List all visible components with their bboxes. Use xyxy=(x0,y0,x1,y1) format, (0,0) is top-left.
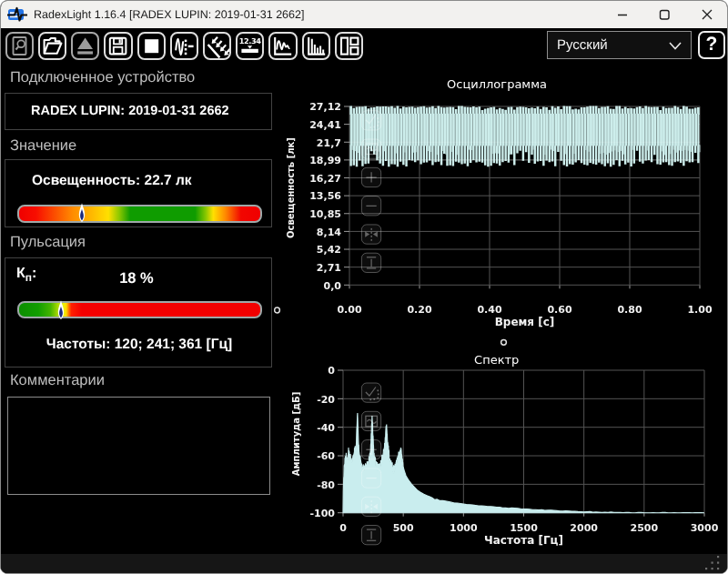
spectrum-y-tick: -80 xyxy=(317,479,335,491)
resize-grip[interactable] xyxy=(703,554,724,573)
value-panel-label: Значение xyxy=(10,137,76,155)
layout-panels-button[interactable] xyxy=(335,32,363,60)
stop-measurement-button[interactable] xyxy=(137,32,166,60)
oscillogram-y-tick: 27,12 xyxy=(309,101,341,113)
oscillogram-y-tick: 8,14 xyxy=(317,227,341,238)
numeric-display-button[interactable]: 12.34 xyxy=(236,32,264,60)
pulsation-panel-label: Пульсация xyxy=(10,234,86,251)
document-magnifier-icon xyxy=(7,34,32,58)
close-button[interactable] xyxy=(685,1,727,28)
oscillogram-fit-vertical-button[interactable] xyxy=(361,253,380,272)
titlebar: RadexLight 1.16.4 [RADEX LUPIN: 2019-01-… xyxy=(1,1,727,28)
oscillogram-y-tick: 10,85 xyxy=(309,208,341,220)
help-button[interactable]: ? xyxy=(698,31,725,59)
oscillogram-select-region-button[interactable] xyxy=(361,111,380,130)
spectrum-bars-icon xyxy=(304,34,329,58)
pulse-trace-icon xyxy=(172,34,197,58)
oscillogram-title: Осциллограмма xyxy=(447,77,547,91)
spectrum-y-tick: -40 xyxy=(317,422,335,434)
oscillogram-fit-horizontal-button[interactable] xyxy=(361,225,380,244)
numeric-display-icon: 12.34 xyxy=(238,34,262,58)
spectrum-zoom-out-button[interactable] xyxy=(361,468,380,488)
toolbar: Русский ? 12.34 xyxy=(1,28,727,65)
device-panel-label: Подключенное устройство xyxy=(10,69,195,86)
spectrum-xlabel: Частота [Гц] xyxy=(484,534,563,547)
oscillogram-x-tick: 0.20 xyxy=(407,304,431,316)
oscillogram-zoom-out-button[interactable] xyxy=(361,196,380,216)
open-folder-icon xyxy=(40,34,65,58)
spectrum-x-tick: 1500 xyxy=(510,522,538,534)
oscillogram-y-tick: 2,71 xyxy=(317,262,341,274)
spectrum-x-tick: 3000 xyxy=(691,522,719,534)
spectrum-x-tick: 0 xyxy=(339,522,347,534)
layout-panels-icon xyxy=(337,34,361,58)
oscillogram-x-tick: 0.80 xyxy=(617,304,642,316)
oscillogram-zoom-in-button[interactable] xyxy=(361,167,380,186)
spectrum-y-tick: -60 xyxy=(317,450,335,462)
spectrum-fit-vertical-button[interactable] xyxy=(361,526,380,545)
language-select[interactable]: Русский xyxy=(547,31,692,59)
comments-panel-label: Комментарии xyxy=(10,372,105,389)
spectrum-title: Спектр xyxy=(474,353,519,367)
oscillogram-xlabel: Время [с] xyxy=(495,316,555,328)
stop-square-icon xyxy=(139,34,164,58)
spectrum-x-tick: 2500 xyxy=(631,522,659,534)
spectrum-show-trace-button[interactable] xyxy=(361,411,380,430)
illuminance-marker xyxy=(77,203,86,224)
value-box: Освещенность: 22.7 лк xyxy=(5,159,272,227)
svg-text:12.34: 12.34 xyxy=(239,36,262,45)
oscillogram-x-tick: 0.60 xyxy=(547,304,571,316)
save-file-button[interactable] xyxy=(104,32,132,60)
illuminance-mode-button[interactable] xyxy=(203,32,231,60)
spectrum-chart: 0500100015002000250030000-20-40-60-80-10… xyxy=(291,353,719,547)
spectrum-select-region-button[interactable] xyxy=(361,383,380,402)
app-icon xyxy=(7,6,27,27)
open-file-button[interactable] xyxy=(38,32,66,60)
single-measurement-button[interactable] xyxy=(170,32,198,60)
spectrum-y-tick: -20 xyxy=(317,394,335,406)
oscillogram-x-tick: 0.00 xyxy=(337,304,361,316)
oscillogram-y-tick: 0,0 xyxy=(324,280,342,292)
horizontal-splitter-handle[interactable] xyxy=(501,339,507,345)
device-name: RADEX LUPIN: 2019-01-31 2662 xyxy=(31,104,229,118)
comments-input[interactable] xyxy=(7,397,270,495)
show-spectrum-button[interactable] xyxy=(302,32,330,60)
spectrum-x-tick: 2000 xyxy=(570,522,598,534)
oscillogram-chart: 0.000.200.400.600.801.0027,1224,4121,718… xyxy=(286,77,713,328)
light-rays-icon xyxy=(205,34,229,58)
eject-device-button[interactable] xyxy=(71,32,99,60)
floppy-disk-icon xyxy=(106,34,130,58)
oscillogram-x-tick: 1.00 xyxy=(687,304,712,316)
oscillogram-y-tick: 16,27 xyxy=(309,173,341,185)
illuminance-reading: Освещенность: 22.7 лк xyxy=(32,173,192,189)
frequencies-text: Частоты: 120; 241; 361 [Гц] xyxy=(5,337,273,353)
language-value: Русский xyxy=(557,32,608,59)
oscillogram-y-tick: 18,99 xyxy=(309,155,341,166)
spectrum-y-tick: 0 xyxy=(328,365,335,377)
oscillogram-ylabel: Освещенность [лк] xyxy=(286,137,296,238)
spectrum-ylabel: Амплитуда [дБ] xyxy=(291,392,301,477)
minimize-button[interactable] xyxy=(602,1,643,28)
statusbar xyxy=(1,554,727,573)
pulsation-scale-bar xyxy=(17,301,262,318)
oscillogram-y-tick: 24,41 xyxy=(309,119,341,131)
eject-icon xyxy=(73,34,97,58)
report-preview-button[interactable] xyxy=(5,32,34,60)
oscillogram-x-tick: 0.40 xyxy=(477,304,501,316)
spectrum-fit-horizontal-button[interactable] xyxy=(361,497,380,516)
window-title: RadexLight 1.16.4 [RADEX LUPIN: 2019-01-… xyxy=(34,1,304,28)
oscillogram-waveform xyxy=(349,106,700,166)
oscillogram-y-tick: 21,7 xyxy=(317,137,341,149)
spectrum-zoom-in-button[interactable] xyxy=(361,440,380,459)
kp-value: 18 % xyxy=(5,270,268,287)
oscillogram-y-tick: 13,56 xyxy=(309,190,341,202)
show-oscillogram-button[interactable] xyxy=(268,32,297,60)
oscillogram-show-trace-button[interactable] xyxy=(361,139,380,158)
spectrum-x-tick: 1000 xyxy=(450,522,478,534)
maximize-button[interactable] xyxy=(643,1,685,28)
vertical-splitter-handle[interactable] xyxy=(275,307,280,313)
oscillogram-y-tick: 5,42 xyxy=(317,244,341,256)
illuminance-scale-bar xyxy=(17,205,262,223)
app-window: RadexLight 1.16.4 [RADEX LUPIN: 2019-01-… xyxy=(0,0,728,574)
oscillogram-icon xyxy=(270,34,295,58)
